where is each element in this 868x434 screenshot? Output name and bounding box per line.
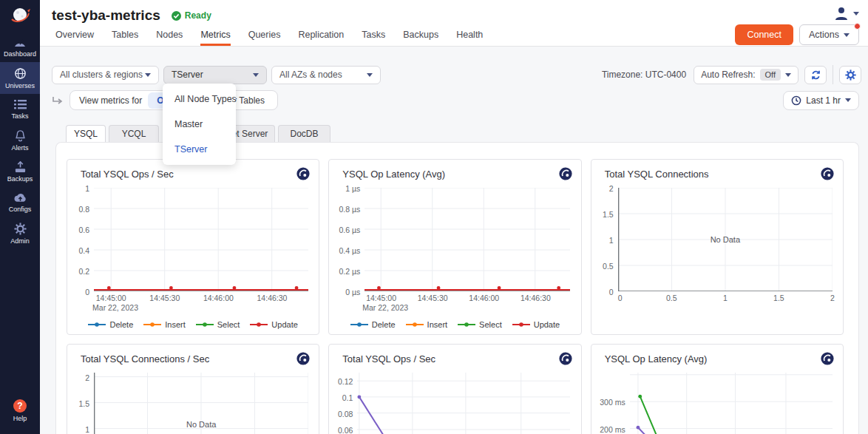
yugabyte-watermark-icon [296, 167, 310, 180]
globe-icon [14, 67, 27, 80]
chart-plot-area[interactable] [630, 373, 833, 434]
chart-title: YSQL Op Latency (Avg) [605, 353, 708, 365]
legend-item[interactable]: Select [196, 320, 240, 329]
menu-item-all-node-types[interactable]: All Node Types [163, 87, 236, 112]
view-metrics-label: View metrics for [79, 95, 142, 106]
cluster-region-select[interactable]: All clusters & regions [52, 66, 159, 84]
legend-marker-icon [406, 322, 424, 328]
legend-marker-icon [196, 322, 214, 328]
tab-metrics[interactable]: Metrics [200, 30, 230, 46]
cloud-icon [13, 192, 27, 203]
legend-item[interactable]: Delete [350, 320, 396, 329]
sidebar-item-backups[interactable]: Backups [0, 156, 40, 187]
legend-item[interactable]: Delete [88, 320, 133, 329]
legend-marker-icon [88, 322, 106, 328]
y-axis-labels: 10.80.60.40.20 [73, 188, 94, 291]
metric-tab-ysql[interactable]: YSQL [66, 125, 106, 142]
auto-refresh-control[interactable]: Auto Refresh: Off [694, 66, 799, 84]
chart-plot-area[interactable] [94, 188, 308, 291]
chart-legend: DeleteInsertSelectUpdate [329, 314, 580, 334]
legend-item[interactable]: Insert [143, 320, 186, 329]
az-node-select[interactable]: All AZs & nodes [271, 66, 381, 84]
menu-item-master[interactable]: Master [163, 112, 236, 137]
metric-tab-ycql[interactable]: YCQL [109, 125, 159, 142]
chevron-down-icon [367, 73, 373, 77]
chart-title: Total YSQL Connections / Sec [81, 353, 209, 365]
x-axis-date: Mar 22, 2023 [365, 303, 570, 313]
metric-tab-docdb[interactable]: DocDB [278, 125, 330, 142]
sidebar-item-label: Universes [5, 82, 35, 89]
legend-item[interactable]: Update [250, 320, 297, 329]
legend-item[interactable]: Select [458, 320, 502, 329]
yugabyte-watermark-icon [559, 167, 572, 180]
yugabyte-watermark-icon [821, 167, 834, 180]
sidebar-item-help[interactable]: ? Help [0, 394, 40, 427]
gear-icon [845, 69, 856, 81]
y-axis-labels: 0.120.10.080.06 [335, 373, 357, 434]
refresh-button[interactable] [804, 66, 827, 84]
chart-plot-area[interactable] [357, 373, 570, 434]
user-menu[interactable] [834, 6, 859, 21]
gauge-icon [13, 36, 27, 48]
y-axis-labels: 300 ms200 ms [597, 373, 630, 434]
sidebar-item-alerts[interactable]: Alerts [0, 124, 40, 156]
yugabyte-logo[interactable] [0, 0, 40, 31]
sidebar-item-label: Help [13, 415, 27, 422]
chart-plot-area[interactable] [365, 188, 570, 291]
no-data-label: No Data [711, 235, 740, 244]
legend-marker-icon [143, 322, 161, 328]
metrics-panel: Total YSQL Ops / Sec10.80.60.40.2014:45:… [55, 142, 859, 434]
divider [833, 65, 833, 84]
timezone-label: Timezone: UTC-0400 [602, 69, 686, 80]
user-avatar-icon [834, 6, 849, 21]
chevron-down-icon [785, 73, 791, 77]
node-type-dropdown-menu: All Node Types Master TServer [163, 84, 236, 165]
sidebar-item-label: Tasks [11, 112, 28, 120]
status-badge: Ready [172, 10, 211, 21]
metrics-filter-bar: All clusters & regions TServer All AZs &… [52, 65, 861, 84]
sidebar-item-label: Admin [10, 237, 30, 245]
menu-item-tserver[interactable]: TServer [163, 137, 236, 162]
no-data-label: No Data [186, 420, 216, 429]
sidebar-item-universes[interactable]: Universes [0, 62, 40, 94]
tab-nodes[interactable]: Nodes [156, 30, 183, 46]
legend-item[interactable]: Insert [406, 320, 448, 329]
tab-tables[interactable]: Tables [112, 30, 138, 46]
sidebar-item-tasks[interactable]: Tasks [0, 94, 40, 124]
legend-item[interactable]: Update [512, 320, 560, 329]
actions-button[interactable]: Actions [799, 24, 859, 45]
connect-button[interactable]: Connect [735, 24, 793, 45]
bell-icon [14, 129, 27, 142]
tab-queries[interactable]: Queries [248, 30, 281, 46]
x-axis-labels: 14:45:0014:45:3014:46:0014:46:30 [365, 294, 570, 303]
metrics-settings-button[interactable] [839, 66, 861, 84]
return-arrow-icon [52, 96, 64, 105]
chart-plot-area[interactable]: No Data [618, 188, 833, 291]
yugabyte-watermark-icon [821, 352, 834, 365]
time-range-select[interactable]: Last 1 hr [783, 91, 859, 110]
chart-card: Total YSQL Connections21.510.50No Data00… [591, 159, 844, 335]
chart-title: Total YSQL Connections [605, 169, 709, 180]
sidebar-item-label: Alerts [11, 144, 28, 152]
tab-backups[interactable]: Backups [403, 30, 438, 46]
tab-replication[interactable]: Replication [298, 30, 344, 46]
tab-tasks[interactable]: Tasks [362, 30, 385, 46]
tab-overview[interactable]: Overview [55, 30, 94, 46]
sidebar-item-label: Configs [9, 206, 32, 213]
tab-health[interactable]: Health [456, 30, 483, 46]
chevron-down-icon [845, 98, 851, 102]
chart-plot-area[interactable]: No Data [94, 373, 308, 434]
backup-icon [14, 161, 27, 173]
chart-title: Total YSQL Ops / Sec [342, 353, 435, 365]
chevron-down-icon [253, 73, 259, 77]
y-axis-labels: 21.510.5 [73, 373, 94, 434]
sidebar-item-admin[interactable]: Admin [0, 217, 40, 249]
chart-legend: DeleteInsertSelectUpdate [67, 314, 319, 334]
node-type-select[interactable]: TServer [163, 66, 267, 84]
sidebar-item-configs[interactable]: Configs [0, 187, 40, 217]
yugabyte-watermark-icon [296, 352, 310, 365]
y-axis-labels: 21.510.50 [597, 188, 618, 291]
sidebar-item-label: Backups [7, 175, 33, 183]
sidebar-item-dashboard[interactable]: Dashboard [0, 31, 40, 62]
universe-title: test-yba-metrics [52, 7, 160, 24]
